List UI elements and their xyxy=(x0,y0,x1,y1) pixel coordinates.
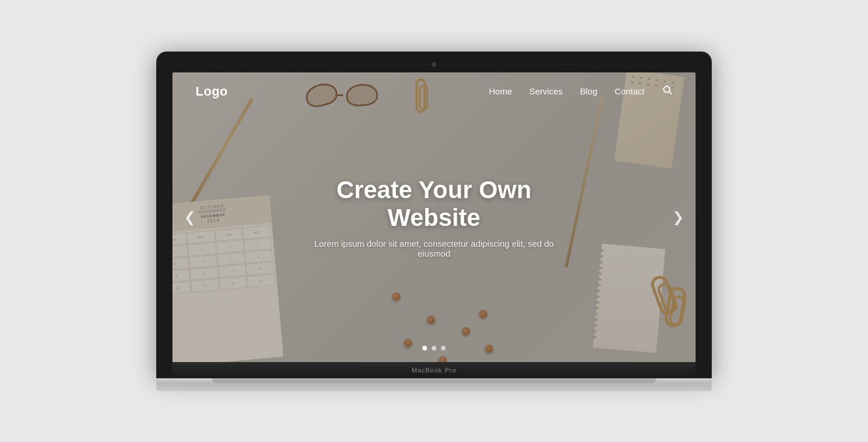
macbook-label: MacBook Pro xyxy=(172,362,696,378)
nav-item-home[interactable]: Home xyxy=(489,86,512,97)
carousel-dot-2[interactable] xyxy=(432,346,436,350)
carousel-dot-1[interactable] xyxy=(422,346,427,350)
nav-link-services[interactable]: Services xyxy=(529,86,563,96)
carousel-prev-button[interactable]: ❮ xyxy=(184,209,196,225)
nav-item-contact[interactable]: Contact xyxy=(615,86,645,97)
nav-link-blog[interactable]: Blog xyxy=(580,86,597,96)
laptop-foot xyxy=(212,378,656,383)
carousel-dots xyxy=(422,346,446,350)
nav-item-blog[interactable]: Blog xyxy=(580,86,597,97)
nav-item-services[interactable]: Services xyxy=(529,86,563,97)
site-logo[interactable]: Logo xyxy=(196,84,228,99)
nav-links: Home Services Blog Contact xyxy=(489,85,672,98)
laptop-base xyxy=(156,378,712,391)
navigation: Logo Home Services Blog xyxy=(172,72,696,111)
carousel-next-button[interactable]: ❯ xyxy=(672,209,684,225)
macbook-brand-text: MacBook Pro xyxy=(411,367,456,374)
search-icon[interactable] xyxy=(662,86,672,97)
hero-subtitle: Lorem ipsum dolor sit amet, consectetur … xyxy=(303,239,565,258)
hero-section: OCTOBER NOVEMBER DECEMBER 2018 SUN MON T… xyxy=(172,72,696,362)
laptop-body: OCTOBER NOVEMBER DECEMBER 2018 SUN MON T… xyxy=(156,52,712,378)
hero-title: Create Your Own Website xyxy=(303,176,565,232)
website: OCTOBER NOVEMBER DECEMBER 2018 SUN MON T… xyxy=(172,72,696,362)
laptop-camera xyxy=(432,62,436,67)
laptop-screen: OCTOBER NOVEMBER DECEMBER 2018 SUN MON T… xyxy=(172,72,696,362)
hero-content: Create Your Own Website Lorem ipsum dolo… xyxy=(303,176,565,258)
laptop-wrapper: OCTOBER NOVEMBER DECEMBER 2018 SUN MON T… xyxy=(156,52,712,391)
carousel-dot-3[interactable] xyxy=(441,346,446,350)
svg-line-1 xyxy=(669,92,671,94)
nav-link-home[interactable]: Home xyxy=(489,86,512,96)
svg-point-0 xyxy=(664,86,670,93)
nav-search[interactable] xyxy=(662,85,672,98)
nav-link-contact[interactable]: Contact xyxy=(615,86,645,96)
